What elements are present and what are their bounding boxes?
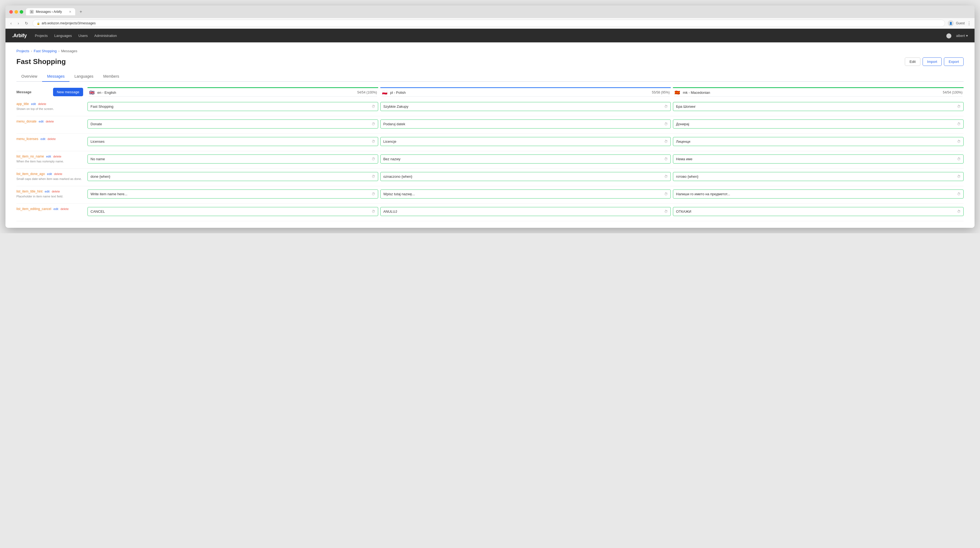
user-dropdown[interactable]: albert ▾ — [956, 33, 968, 38]
translation-cells-2: Licenses⏱Licencje⏱Лиценци⏱ — [88, 137, 964, 146]
edit-button[interactable]: Edit — [905, 57, 920, 66]
import-button[interactable]: Import — [923, 57, 942, 66]
history-button-6-0[interactable]: ⏱ — [372, 209, 375, 213]
history-button-2-1[interactable]: ⏱ — [664, 139, 668, 143]
back-button[interactable]: ‹ — [9, 20, 13, 27]
delete-link-3[interactable]: delete — [53, 155, 61, 158]
history-button-5-0[interactable]: ⏱ — [372, 192, 375, 196]
translation-cells-4: done {when}⏱oznaczono {when}⏱готово {whe… — [88, 172, 964, 181]
delete-link-4[interactable]: delete — [54, 172, 62, 175]
translation-input-6-0[interactable]: CANCEL⏱ — [88, 207, 378, 216]
forward-button[interactable]: › — [16, 20, 21, 27]
refresh-button[interactable]: ↻ — [23, 20, 30, 27]
history-button-3-2[interactable]: ⏱ — [957, 157, 961, 161]
history-button-0-0[interactable]: ⏱ — [372, 104, 375, 108]
translation-input-5-1[interactable]: Wpisz tutaj nazwę...⏱ — [380, 190, 671, 199]
history-button-3-1[interactable]: ⏱ — [664, 157, 668, 161]
history-button-5-2[interactable]: ⏱ — [957, 192, 961, 196]
tab-languages[interactable]: Languages — [70, 72, 98, 82]
translation-input-1-1[interactable]: Podaruj datek⏱ — [380, 119, 671, 129]
translation-text-2-1: Licencje — [383, 139, 663, 143]
github-icon[interactable]: ⬤ — [946, 33, 951, 38]
history-button-4-1[interactable]: ⏱ — [664, 174, 668, 178]
translation-input-6-2[interactable]: ОТКАЖИ⏱ — [673, 207, 964, 216]
delete-link-5[interactable]: delete — [52, 190, 60, 193]
maximize-traffic-light[interactable] — [20, 10, 23, 14]
url-bar[interactable]: 🔒 arb.wolszon.me/projects/3/messages — [33, 20, 945, 27]
new-message-button[interactable]: New message — [53, 88, 83, 96]
translation-cell-2-1: Licencje⏱ — [380, 137, 671, 146]
nav-users[interactable]: Users — [78, 33, 88, 39]
delete-link-2[interactable]: delete — [48, 137, 56, 140]
history-button-0-2[interactable]: ⏱ — [957, 104, 961, 108]
table-row: menu_licenseseditdeleteLicenses⏱Licencje… — [16, 134, 964, 151]
translation-input-6-1[interactable]: ANULUJ⏱ — [380, 207, 671, 216]
translation-input-5-0[interactable]: Write item name here...⏱ — [88, 190, 378, 199]
close-traffic-light[interactable] — [9, 10, 13, 14]
history-button-0-1[interactable]: ⏱ — [664, 104, 668, 108]
history-button-6-2[interactable]: ⏱ — [957, 209, 961, 213]
translation-input-5-2[interactable]: Напиши го името на предметот...⏱ — [673, 190, 964, 199]
msg-key-5: list_item_title_hint — [16, 190, 42, 193]
translation-input-0-0[interactable]: Fast Shopping⏱ — [88, 102, 378, 111]
history-button-3-0[interactable]: ⏱ — [372, 157, 375, 161]
msg-description-4: Small caps date when item was marked as … — [16, 177, 83, 181]
translation-input-1-2[interactable]: Донирај⏱ — [673, 119, 964, 129]
page-header: Fast Shopping Edit Import Export — [16, 57, 964, 66]
translation-input-4-0[interactable]: done {when}⏱ — [88, 172, 378, 181]
history-button-1-2[interactable]: ⏱ — [957, 122, 961, 126]
edit-link-6[interactable]: edit — [53, 207, 58, 210]
msg-key-2: menu_licenses — [16, 137, 38, 141]
history-button-1-1[interactable]: ⏱ — [664, 122, 668, 126]
msg-key-4: list_item_done_ago — [16, 172, 45, 176]
translation-input-1-0[interactable]: Donate⏱ — [88, 119, 378, 129]
tab-members[interactable]: Members — [98, 72, 124, 82]
edit-link-3[interactable]: edit — [46, 155, 51, 158]
translation-input-0-2[interactable]: Бра Шопинг⏱ — [673, 102, 964, 111]
translation-input-3-0[interactable]: No name⏱ — [88, 155, 378, 164]
edit-link-5[interactable]: edit — [45, 190, 49, 193]
translation-input-2-0[interactable]: Licenses⏱ — [88, 137, 378, 146]
delete-link-0[interactable]: delete — [38, 102, 46, 105]
active-tab[interactable]: A Messages ‹ Arbify ✕ — [26, 8, 75, 15]
nav-projects[interactable]: Projects — [35, 33, 48, 39]
nav-administration[interactable]: Administration — [94, 33, 117, 39]
export-button[interactable]: Export — [944, 57, 964, 66]
delete-link-1[interactable]: delete — [46, 120, 54, 123]
tab-overview[interactable]: Overview — [16, 72, 42, 82]
history-button-2-0[interactable]: ⏱ — [372, 139, 375, 143]
edit-link-0[interactable]: edit — [31, 102, 36, 105]
translation-input-4-1[interactable]: oznaczono {when}⏱ — [380, 172, 671, 181]
table-header-row: Message New message 🇬🇧 en - English 54/5… — [16, 87, 964, 99]
translation-cell-1-1: Podaruj datek⏱ — [380, 119, 671, 129]
history-button-4-2[interactable]: ⏱ — [957, 174, 961, 178]
app-logo[interactable]: .Arbify — [12, 33, 27, 38]
new-tab-button[interactable]: + — [77, 8, 84, 15]
minimize-traffic-light[interactable] — [14, 10, 18, 14]
breadcrumb-project[interactable]: Fast Shopping — [33, 49, 57, 53]
lang-name-mk: mk - Macedonian — [683, 91, 710, 95]
translation-text-5-0: Write item name here... — [91, 192, 371, 196]
delete-link-6[interactable]: delete — [60, 207, 68, 210]
edit-link-2[interactable]: edit — [40, 137, 45, 140]
translation-input-4-2[interactable]: готово {when}⏱ — [673, 172, 964, 181]
translation-input-3-1[interactable]: Bez nazwy⏱ — [380, 155, 671, 164]
nav-languages[interactable]: Languages — [54, 33, 72, 39]
address-bar: ‹ › ↻ 🔒 arb.wolszon.me/projects/3/messag… — [5, 18, 975, 29]
history-button-5-1[interactable]: ⏱ — [664, 192, 668, 196]
translation-input-3-2[interactable]: Нема име⏱ — [673, 155, 964, 164]
translation-input-0-1[interactable]: Szybkie Zakupy⏱ — [380, 102, 671, 111]
translation-input-2-1[interactable]: Licencje⏱ — [380, 137, 671, 146]
tab-messages[interactable]: Messages — [42, 72, 70, 82]
breadcrumb-projects[interactable]: Projects — [16, 49, 29, 53]
tab-close-button[interactable]: ✕ — [69, 10, 72, 14]
history-button-2-2[interactable]: ⏱ — [957, 139, 961, 143]
translation-input-2-2[interactable]: Лиценци⏱ — [673, 137, 964, 146]
edit-link-1[interactable]: edit — [38, 120, 43, 123]
history-button-6-1[interactable]: ⏱ — [664, 209, 668, 213]
flag-pl: 🇵🇱 — [382, 90, 388, 95]
history-button-4-0[interactable]: ⏱ — [372, 174, 375, 178]
browser-menu-button[interactable]: ⋮ — [967, 21, 971, 26]
history-button-1-0[interactable]: ⏱ — [372, 122, 375, 126]
edit-link-4[interactable]: edit — [47, 172, 52, 175]
